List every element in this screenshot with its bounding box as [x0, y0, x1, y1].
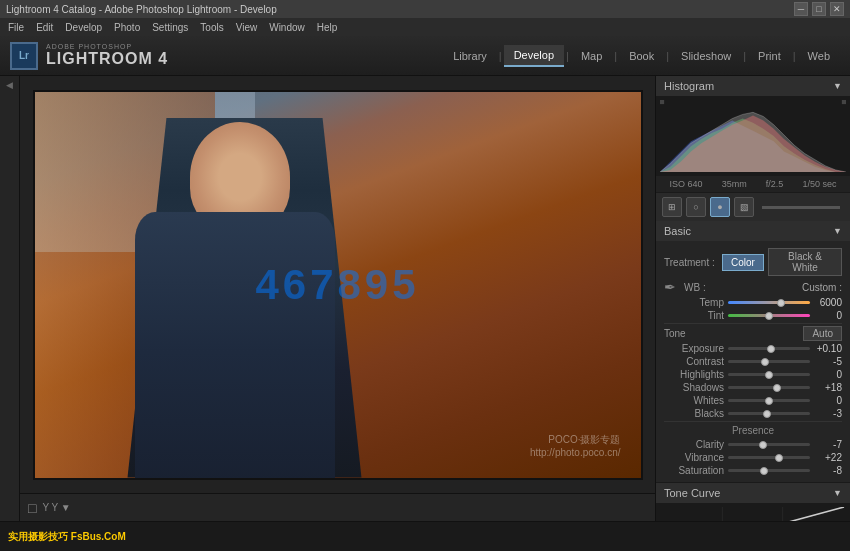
- menu-settings[interactable]: Settings: [152, 22, 188, 33]
- temp-slider-track[interactable]: [728, 301, 810, 304]
- saturation-value: -8: [814, 465, 842, 476]
- saturation-slider-track[interactable]: [728, 469, 810, 472]
- exposure-slider-track[interactable]: [728, 347, 810, 350]
- left-panel: ◀: [0, 76, 20, 521]
- tone-curve-area: [656, 503, 850, 521]
- whites-slider-thumb[interactable]: [765, 397, 773, 405]
- clarity-slider-track[interactable]: [728, 443, 810, 446]
- tool-redeye[interactable]: ●: [710, 197, 730, 217]
- basic-panel: Basic ▼ Treatment : Color Black & White …: [656, 221, 850, 483]
- tone-curve-header[interactable]: Tone Curve ▼: [656, 483, 850, 503]
- menu-develop[interactable]: Develop: [65, 22, 102, 33]
- exposure-slider-row: Exposure +0.10: [664, 343, 842, 354]
- contrast-slider-track[interactable]: [728, 360, 810, 363]
- minimize-button[interactable]: ─: [794, 2, 808, 16]
- menu-view[interactable]: View: [236, 22, 258, 33]
- watermark-text: 467895: [255, 261, 419, 309]
- lightroom-text: LIGHTROOM 4: [46, 50, 168, 68]
- blacks-slider-track[interactable]: [728, 412, 810, 415]
- shadows-slider-thumb[interactable]: [773, 384, 781, 392]
- tone-curve-chart: [660, 507, 846, 521]
- wb-value[interactable]: Custom :: [802, 282, 842, 293]
- blacks-slider-thumb[interactable]: [763, 410, 771, 418]
- histogram-label: Histogram: [664, 80, 714, 92]
- histogram-header[interactable]: Histogram ▼: [656, 76, 850, 96]
- tone-curve-label: Tone Curve: [664, 487, 720, 499]
- right-panel: Histogram ▼ ISO 6: [655, 76, 850, 521]
- photo-area: 467895 POCO·摄影专题 http://photo.poco.cn/ □…: [20, 76, 655, 521]
- tab-slideshow[interactable]: Slideshow: [671, 46, 741, 66]
- maximize-button[interactable]: □: [812, 2, 826, 16]
- wb-row: ✒ WB : Custom :: [664, 279, 842, 295]
- photo-frame-icon[interactable]: □: [28, 500, 36, 516]
- divider-2: [664, 421, 842, 422]
- wb-eyedropper-icon[interactable]: ✒: [664, 279, 676, 295]
- tint-slider-thumb[interactable]: [765, 312, 773, 320]
- menu-tools[interactable]: Tools: [200, 22, 223, 33]
- highlights-value: 0: [814, 369, 842, 380]
- exposure-slider-thumb[interactable]: [767, 345, 775, 353]
- menu-photo[interactable]: Photo: [114, 22, 140, 33]
- blacks-slider-row: Blacks -3: [664, 408, 842, 419]
- zoom-control[interactable]: Y Y ▼: [42, 502, 70, 513]
- highlights-slider-track[interactable]: [728, 373, 810, 376]
- tab-book[interactable]: Book: [619, 46, 664, 66]
- contrast-value: -5: [814, 356, 842, 367]
- treatment-row: Treatment : Color Black & White: [664, 248, 842, 276]
- basic-header[interactable]: Basic ▼: [656, 221, 850, 241]
- tint-slider-track[interactable]: [728, 314, 810, 317]
- saturation-slider-thumb[interactable]: [760, 467, 768, 475]
- tone-curve-section: Tone Curve ▼: [656, 483, 850, 521]
- menu-help[interactable]: Help: [317, 22, 338, 33]
- color-button[interactable]: Color: [722, 254, 764, 271]
- photo-frame: 467895 POCO·摄影专题 http://photo.poco.cn/: [33, 90, 643, 480]
- tone-curve-arrow: ▼: [833, 488, 842, 498]
- left-panel-toggle[interactable]: ◀: [6, 80, 13, 90]
- poco-url: http://photo.poco.cn/: [530, 447, 621, 458]
- contrast-slider-thumb[interactable]: [761, 358, 769, 366]
- poco-watermark: POCO·摄影专题 http://photo.poco.cn/: [530, 433, 621, 458]
- tab-map[interactable]: Map: [571, 46, 612, 66]
- menu-window[interactable]: Window: [269, 22, 305, 33]
- tool-gradient[interactable]: ▧: [734, 197, 754, 217]
- shadows-slider-track[interactable]: [728, 386, 810, 389]
- histogram-chart: [660, 100, 846, 172]
- clarity-slider-thumb[interactable]: [759, 441, 767, 449]
- status-bar: 实用摄影技巧 FsBus.CoM: [0, 521, 850, 551]
- menu-file[interactable]: File: [8, 22, 24, 33]
- vibrance-slider-track[interactable]: [728, 456, 810, 459]
- bw-button[interactable]: Black & White: [768, 248, 842, 276]
- close-button[interactable]: ✕: [830, 2, 844, 16]
- window-controls[interactable]: ─ □ ✕: [794, 2, 844, 16]
- saturation-label: Saturation: [664, 465, 724, 476]
- tone-auto-row: Tone Auto: [664, 326, 842, 341]
- temp-value: 6000: [814, 297, 842, 308]
- tab-develop[interactable]: Develop: [504, 45, 564, 67]
- temp-label: Temp: [664, 297, 724, 308]
- menu-edit[interactable]: Edit: [36, 22, 53, 33]
- tool-spot[interactable]: ○: [686, 197, 706, 217]
- vibrance-slider-thumb[interactable]: [775, 454, 783, 462]
- logo-area: Lr ADOBE PHOTOSHOP LIGHTROOM 4: [10, 42, 168, 70]
- vibrance-value: +22: [814, 452, 842, 463]
- content-area: ◀ 467895 POCO·摄影专题 http://photo.: [0, 76, 850, 521]
- vibrance-label: Vibrance: [664, 452, 724, 463]
- shadows-label: Shadows: [664, 382, 724, 393]
- shadows-slider-row: Shadows +18: [664, 382, 842, 393]
- tab-library[interactable]: Library: [443, 46, 497, 66]
- tab-print[interactable]: Print: [748, 46, 791, 66]
- temp-slider-thumb[interactable]: [777, 299, 785, 307]
- tint-label: Tint: [664, 310, 724, 321]
- tool-crop[interactable]: ⊞: [662, 197, 682, 217]
- title-bar: Lightroom 4 Catalog - Adobe Photoshop Li…: [0, 0, 850, 18]
- highlights-slider-row: Highlights 0: [664, 369, 842, 380]
- auto-button[interactable]: Auto: [803, 326, 842, 341]
- tool-row: ⊞ ○ ● ▧: [656, 193, 850, 221]
- clarity-label: Clarity: [664, 439, 724, 450]
- nav-tabs: Library | Develop | Map | Book | Slidesh…: [443, 45, 840, 67]
- whites-slider-track[interactable]: [728, 399, 810, 402]
- highlights-slider-thumb[interactable]: [765, 371, 773, 379]
- tab-web[interactable]: Web: [798, 46, 840, 66]
- presence-label: Presence: [664, 425, 842, 436]
- menu-bar: File Edit Develop Photo Settings Tools V…: [0, 18, 850, 36]
